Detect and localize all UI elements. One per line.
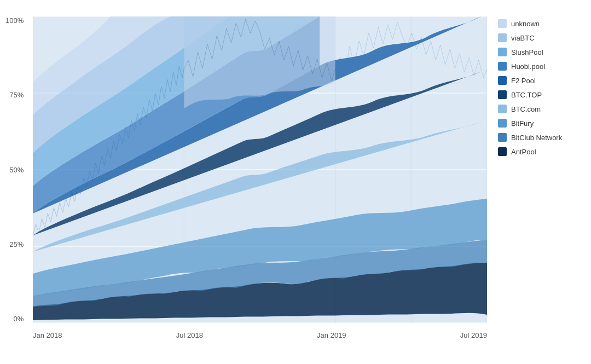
legend-swatch xyxy=(498,62,507,71)
legend-label: BitFury xyxy=(511,119,534,128)
legend-label: F2 Pool xyxy=(511,77,536,85)
chart-legend: unknownviaBTCSlushPoolHuobi.poolF2 PoolB… xyxy=(498,16,580,156)
chart-svg xyxy=(33,16,487,323)
legend-swatch xyxy=(498,133,507,142)
legend-swatch xyxy=(498,48,507,56)
x-label-jan2018: Jan 2018 xyxy=(33,331,62,339)
legend-item: Huobi.pool xyxy=(498,62,580,71)
legend-swatch xyxy=(498,90,507,99)
y-axis: 100% 75% 50% 25% 0% xyxy=(5,16,24,323)
legend-item: BitFury xyxy=(498,119,580,128)
chart-area: 100% 75% 50% 25% 0% xyxy=(33,16,487,323)
legend-item: viaBTC xyxy=(498,33,580,42)
y-label-0: 0% xyxy=(13,315,24,323)
x-label-jul2019: Jul 2019 xyxy=(460,331,487,339)
legend-label: AntPool xyxy=(511,148,536,156)
legend-label: BitClub Network xyxy=(511,134,562,142)
legend-item: BTC.TOP xyxy=(498,90,580,99)
legend-item: AntPool xyxy=(498,147,580,156)
legend-swatch xyxy=(498,105,507,113)
y-label-50: 50% xyxy=(9,166,24,174)
x-label-jan2019: Jan 2019 xyxy=(317,331,346,339)
legend-swatch xyxy=(498,119,507,128)
legend-label: SlushPool xyxy=(511,48,543,56)
chart-container: 100% 75% 50% 25% 0% xyxy=(0,0,591,364)
legend-item: unknown xyxy=(498,19,580,28)
y-label-100: 100% xyxy=(5,16,24,25)
legend-item: BitClub Network xyxy=(498,133,580,142)
y-label-25: 25% xyxy=(9,240,24,249)
legend-item: BTC.com xyxy=(498,105,580,113)
legend-label: BTC.com xyxy=(511,105,541,113)
x-label-jul2018: Jul 2018 xyxy=(176,331,203,339)
legend-label: Huobi.pool xyxy=(511,62,545,71)
legend-swatch xyxy=(498,76,507,85)
legend-swatch xyxy=(498,33,507,42)
legend-label: BTC.TOP xyxy=(511,91,542,99)
legend-item: SlushPool xyxy=(498,48,580,56)
legend-label: unknown xyxy=(511,20,540,28)
x-axis: Jan 2018 Jul 2018 Jan 2019 Jul 2019 xyxy=(33,331,487,339)
y-label-75: 75% xyxy=(9,91,24,99)
legend-swatch xyxy=(498,147,507,156)
legend-label: viaBTC xyxy=(511,34,535,42)
legend-swatch xyxy=(498,19,507,28)
legend-item: F2 Pool xyxy=(498,76,580,85)
